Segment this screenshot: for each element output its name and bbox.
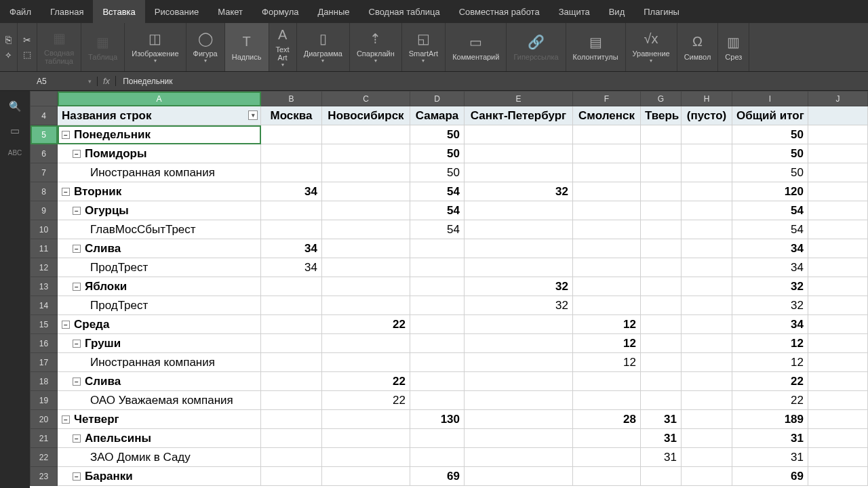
collapse-icon[interactable]: − (73, 283, 81, 291)
cell-H10[interactable] (682, 220, 732, 239)
cell-J20[interactable] (808, 410, 868, 429)
cell-H5[interactable] (682, 125, 732, 144)
cell-I16[interactable]: 12 (732, 334, 808, 353)
menu-вставка[interactable]: Вставка (93, 0, 144, 23)
cell-F13[interactable] (573, 277, 641, 296)
cell-A20[interactable]: −Четверг (58, 410, 261, 429)
row-header-7[interactable]: 7 (31, 163, 58, 182)
cell-C18[interactable]: 22 (322, 372, 410, 391)
cell-G7[interactable] (641, 163, 682, 182)
cell-A11[interactable]: −Слива (58, 239, 261, 258)
collapse-icon[interactable]: − (73, 245, 81, 253)
cell-G11[interactable] (641, 239, 682, 258)
cell-F7[interactable] (573, 163, 641, 182)
collapse-icon[interactable]: − (73, 378, 81, 386)
cell-C8[interactable] (322, 182, 410, 201)
cell-C9[interactable] (322, 201, 410, 220)
cell-A22[interactable]: ЗАО Домик в Саду (58, 448, 261, 467)
cell-C14[interactable] (322, 296, 410, 315)
column-header-F[interactable]: F (573, 92, 641, 106)
pivot-header-cell[interactable]: Смоленск (573, 106, 641, 125)
row-header-21[interactable]: 21 (31, 429, 58, 448)
cell-C15[interactable]: 22 (322, 315, 410, 334)
row-header-8[interactable]: 8 (31, 182, 58, 201)
cell-G8[interactable] (641, 182, 682, 201)
ribbon-спарклайн[interactable]: ⇡Спарклайн▾ (350, 23, 402, 71)
row-header-18[interactable]: 18 (31, 372, 58, 391)
row-header-22[interactable]: 22 (31, 448, 58, 467)
cell-H8[interactable] (682, 182, 732, 201)
cell-B16[interactable] (261, 334, 322, 353)
row-header-12[interactable]: 12 (31, 258, 58, 277)
cell-G10[interactable] (641, 220, 682, 239)
cell-F16[interactable]: 12 (573, 334, 641, 353)
cell-J23[interactable] (808, 467, 868, 486)
format-painter-icon[interactable]: ⟡ (5, 49, 12, 60)
cell-J15[interactable] (808, 315, 868, 334)
cell-J9[interactable] (808, 201, 868, 220)
cell-F14[interactable] (573, 296, 641, 315)
cell-I12[interactable]: 34 (732, 258, 808, 277)
cell-A23[interactable]: −Баранки (58, 467, 261, 486)
column-header-C[interactable]: C (322, 92, 410, 106)
search-icon[interactable]: 🔍 (9, 100, 22, 113)
cell-D9[interactable]: 54 (410, 201, 465, 220)
select-all-corner[interactable] (31, 92, 58, 106)
cell-E6[interactable] (465, 144, 573, 163)
cell-D12[interactable] (410, 258, 465, 277)
cell-A15[interactable]: −Среда (58, 315, 261, 334)
cell-C19[interactable]: 22 (322, 391, 410, 410)
cell-G17[interactable] (641, 353, 682, 372)
column-header-B[interactable]: B (261, 92, 322, 106)
row-header-6[interactable]: 6 (31, 144, 58, 163)
collapse-icon[interactable]: − (62, 321, 70, 329)
chevron-down-icon[interactable]: ▾ (88, 78, 92, 85)
cell-J7[interactable] (808, 163, 868, 182)
cell-E12[interactable] (465, 258, 573, 277)
cell-F18[interactable] (573, 372, 641, 391)
cell-I13[interactable]: 32 (732, 277, 808, 296)
cell-C23[interactable] (322, 467, 410, 486)
cell-G15[interactable] (641, 315, 682, 334)
cell-E17[interactable] (465, 353, 573, 372)
cell-I22[interactable]: 31 (732, 448, 808, 467)
cell-H7[interactable] (682, 163, 732, 182)
row-header-20[interactable]: 20 (31, 410, 58, 429)
cell-F8[interactable] (573, 182, 641, 201)
row-header-11[interactable]: 11 (31, 239, 58, 258)
cell-I10[interactable]: 54 (732, 220, 808, 239)
cell-G21[interactable]: 31 (641, 429, 682, 448)
row-header-9[interactable]: 9 (31, 201, 58, 220)
ribbon-изображение[interactable]: ◫Изображение▾ (125, 23, 186, 71)
cell-J14[interactable] (808, 296, 868, 315)
pivot-header-cell[interactable]: (пусто) (682, 106, 732, 125)
cell-D15[interactable] (410, 315, 465, 334)
ribbon-smartart[interactable]: ◱SmartArt▾ (402, 23, 446, 71)
cell-D5[interactable]: 50 (410, 125, 465, 144)
ribbon-диаграмма[interactable]: ▯Диаграмма▾ (297, 23, 350, 71)
cell-E18[interactable] (465, 372, 573, 391)
cell-C5[interactable] (322, 125, 410, 144)
column-header-E[interactable]: E (465, 92, 573, 106)
cell-G14[interactable] (641, 296, 682, 315)
cell-I14[interactable]: 32 (732, 296, 808, 315)
column-header-A[interactable]: A (58, 92, 261, 106)
row-header-23[interactable]: 23 (31, 467, 58, 486)
cell-G16[interactable] (641, 334, 682, 353)
cell-C7[interactable] (322, 163, 410, 182)
cell-F5[interactable] (573, 125, 641, 144)
cell-D13[interactable] (410, 277, 465, 296)
collapse-icon[interactable]: − (62, 415, 70, 424)
cell-B17[interactable] (261, 353, 322, 372)
spreadsheet-grid[interactable]: ABCDEFGHIJ4Названия строк▾МоскваНовосиби… (30, 91, 868, 488)
cell-F15[interactable]: 12 (573, 315, 641, 334)
cell-D17[interactable] (410, 353, 465, 372)
cell-A5[interactable]: −Понедельник (58, 125, 261, 144)
cell-E11[interactable] (465, 239, 573, 258)
cell-A18[interactable]: −Слива (58, 372, 261, 391)
menu-вид[interactable]: Вид (599, 0, 635, 23)
paste-icon[interactable]: ⎘ (5, 34, 12, 45)
ribbon-комментарий[interactable]: ▭Комментарий (446, 23, 507, 71)
cell-G22[interactable]: 31 (641, 448, 682, 467)
cell-F19[interactable] (573, 391, 641, 410)
